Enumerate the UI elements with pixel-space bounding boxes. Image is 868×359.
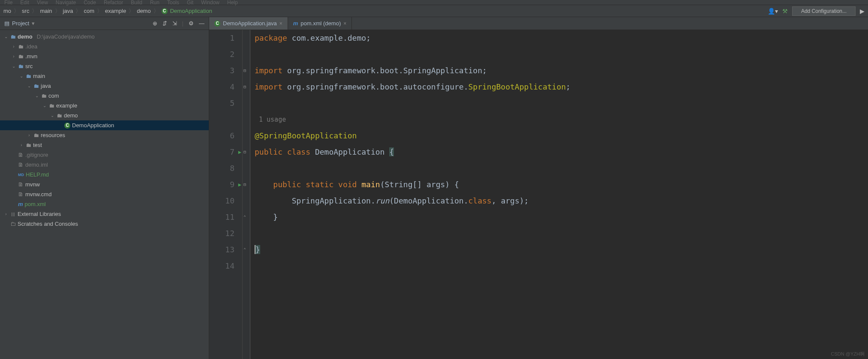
breadcrumb-item[interactable]: java: [63, 8, 73, 14]
tree-item[interactable]: ⌄🖿example: [0, 101, 209, 111]
code-line[interactable]: [255, 258, 868, 274]
code-line[interactable]: [255, 46, 868, 63]
editor-area: CDemoApplication.java×mpom.xml (demo)× 1…: [209, 17, 868, 359]
navbar-right: 👤▾ ⚒ Add Configuration... ▶: [768, 6, 865, 16]
usage-hint[interactable]: 1 usage: [255, 111, 868, 128]
fold-icon[interactable]: ⊟: [243, 79, 246, 95]
breadcrumb-item[interactable]: demo: [137, 8, 151, 14]
file-icon: 🗎: [18, 181, 24, 188]
chevron-icon[interactable]: ›: [3, 212, 9, 216]
tree-label: .mvn: [25, 53, 37, 60]
folder-icon: 🖿: [26, 73, 31, 79]
tree-item[interactable]: CDemoApplication: [0, 120, 209, 130]
chevron-icon[interactable]: ⌄: [11, 64, 16, 69]
chevron-icon[interactable]: ⌄: [19, 74, 24, 78]
breadcrumb-current[interactable]: DemoApplication: [170, 8, 212, 14]
tree-item[interactable]: 🗎mvnw.cmd: [0, 189, 209, 199]
chevron-icon[interactable]: ⌄: [34, 93, 39, 98]
close-icon[interactable]: ×: [343, 21, 346, 27]
tree-item[interactable]: ›🖿.mvn: [0, 51, 209, 61]
editor-tab[interactable]: CDemoApplication.java×: [209, 17, 288, 30]
settings-icon[interactable]: ⚙: [189, 20, 194, 27]
run-gutter-icon[interactable]: ▶: [238, 177, 241, 193]
code-line[interactable]: @SpringBootApplication: [255, 128, 868, 144]
tree-item[interactable]: 🗎mvnw: [0, 180, 209, 189]
folder-icon: 🖿: [18, 43, 24, 50]
project-label: Project: [12, 20, 29, 27]
tree-item[interactable]: ⌄🖿demoD:\javaCode\java\demo: [0, 32, 209, 42]
tree-label: main: [33, 73, 45, 79]
tree-item[interactable]: mpom.xml: [0, 199, 209, 209]
code-line[interactable]: public class DemoApplication {: [255, 144, 868, 160]
tree-item[interactable]: 🗀Scratches and Consoles: [0, 219, 209, 229]
breadcrumb-item[interactable]: mo: [3, 8, 11, 14]
tree-item[interactable]: ›⫼External Libraries: [0, 209, 209, 219]
breadcrumb-item[interactable]: example: [105, 8, 126, 14]
chevron-icon[interactable]: ⌄: [27, 84, 32, 88]
code-line[interactable]: import org.springframework.boot.autoconf…: [255, 79, 868, 95]
chevron-icon[interactable]: ⌄: [50, 113, 55, 118]
library-icon: ⫼: [10, 211, 16, 217]
navbar: mo〉src〉main〉java〉com〉example〉demo〉CDemoA…: [0, 5, 868, 17]
code-line[interactable]: package com.example.demo;: [255, 30, 868, 46]
project-sidebar: ▤ Project ▾ ⊕ ⇵ ⇲ | ⚙ — ⌄🖿demoD:\javaCod…: [0, 17, 209, 359]
code-line[interactable]: [255, 95, 868, 111]
select-opened-icon[interactable]: ⊕: [153, 20, 157, 27]
code-line[interactable]: SpringApplication.run(DemoApplication.cl…: [255, 193, 868, 209]
breadcrumb-item[interactable]: main: [40, 8, 52, 14]
tree-item[interactable]: ⌄🖿com: [0, 91, 209, 101]
code-line[interactable]: [255, 160, 868, 177]
code-line[interactable]: }: [255, 242, 868, 258]
gutter[interactable]: 1234567▶89▶1011121314: [209, 30, 243, 359]
tree-item[interactable]: ⌄🖿demo: [0, 111, 209, 120]
code-line[interactable]: }: [255, 209, 868, 225]
fold-icon[interactable]: ⊟: [243, 144, 246, 160]
maven-icon: m: [293, 20, 298, 27]
run-gutter-icon[interactable]: ▶: [238, 144, 241, 160]
code-line[interactable]: public static void main(String[] args) {: [255, 177, 868, 193]
tree-item[interactable]: ›🖿test: [0, 140, 209, 150]
chevron-icon[interactable]: ⌄: [42, 103, 47, 108]
fold-icon[interactable]: ⌃: [243, 242, 246, 258]
tree-label: pom.xml: [25, 201, 46, 207]
tree-item[interactable]: 🗎demo.iml: [0, 160, 209, 170]
collapse-icon[interactable]: ⇲: [172, 20, 177, 27]
project-tool-icon[interactable]: ▤: [4, 20, 9, 27]
user-icon[interactable]: 👤▾: [768, 8, 778, 15]
close-icon[interactable]: ×: [279, 21, 282, 27]
tree-item[interactable]: ⌄🖿src: [0, 61, 209, 71]
fold-icon[interactable]: ⊟: [243, 63, 246, 79]
code-line[interactable]: import org.springframework.boot.SpringAp…: [255, 63, 868, 79]
chevron-icon[interactable]: ›: [11, 54, 16, 59]
dropdown-icon[interactable]: ▾: [32, 20, 35, 27]
tab-label: DemoApplication.java: [223, 20, 277, 27]
editor-tab[interactable]: mpom.xml (demo)×: [288, 17, 352, 30]
tree-item[interactable]: ⌄🖿java: [0, 81, 209, 91]
folder-icon: 🖿: [49, 102, 54, 109]
breadcrumb-item[interactable]: src: [22, 8, 29, 14]
hide-icon[interactable]: —: [199, 20, 204, 27]
sidebar-header: ▤ Project ▾ ⊕ ⇵ ⇲ | ⚙ —: [0, 17, 209, 30]
chevron-icon[interactable]: ›: [27, 133, 32, 138]
fold-icon[interactable]: ⊟: [243, 177, 246, 193]
tree-item[interactable]: ⌄🖿main: [0, 71, 209, 81]
tree-item[interactable]: ›🖿resources: [0, 130, 209, 140]
code-line[interactable]: [255, 225, 868, 242]
chevron-icon[interactable]: ›: [19, 143, 24, 147]
add-configuration-button[interactable]: Add Configuration...: [792, 6, 856, 16]
tree-item[interactable]: 🗎.gitignore: [0, 150, 209, 160]
expand-icon[interactable]: ⇵: [162, 20, 167, 27]
fold-column[interactable]: ⊟⊟⊟⊟⌃⌃: [243, 30, 250, 359]
fold-icon[interactable]: ⌃: [243, 209, 246, 225]
chevron-icon[interactable]: ⌄: [3, 34, 9, 39]
code-editor[interactable]: 1234567▶89▶1011121314 ⊟⊟⊟⊟⌃⌃ package com…: [209, 30, 868, 359]
code-content[interactable]: package com.example.demo;import org.spri…: [250, 30, 868, 359]
build-icon[interactable]: ⚒: [782, 8, 788, 15]
run-icon[interactable]: ▶: [860, 8, 865, 15]
tree-item[interactable]: ›🖿.idea: [0, 42, 209, 51]
project-tree[interactable]: ⌄🖿demoD:\javaCode\java\demo›🖿.idea›🖿.mvn…: [0, 30, 209, 359]
tree-item[interactable]: MDHELP.md: [0, 170, 209, 180]
chevron-icon[interactable]: ›: [11, 44, 16, 49]
breadcrumb-item[interactable]: com: [84, 8, 94, 14]
folder-icon: 🖿: [10, 33, 16, 40]
